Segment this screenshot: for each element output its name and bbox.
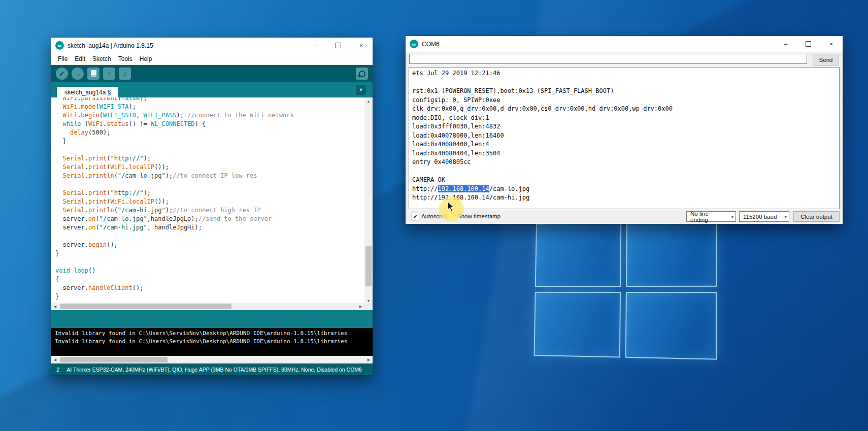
console-line: Invalid library found in C:\Users\Servis… [55,329,369,338]
horizontal-scroll-track[interactable] [59,356,365,363]
code-line: Serial.println("/cam-hi.jpg");//to conne… [55,206,373,215]
menu-tools[interactable]: Tools [115,55,136,62]
menu-sketch[interactable]: Sketch [89,55,115,62]
code-line: } [55,249,373,258]
new-sketch-button[interactable] [87,68,99,80]
scroll-left-arrow-icon[interactable]: ◀ [51,356,59,363]
console-horizontal-scrollbar[interactable]: ◀ ▶ [51,356,373,363]
editor-horizontal-scrollbar[interactable]: ◀ ▶ [51,303,373,310]
menu-file[interactable]: File [54,55,71,62]
minimize-button[interactable]: – [304,38,327,53]
code-line: } [55,137,373,146]
code-line: Serial.print("http://"); [55,189,373,197]
line-ending-select[interactable]: No line ending ▾ [686,211,736,222]
save-button[interactable]: ↓ [119,68,131,80]
close-button[interactable]: × [350,38,373,53]
windows-logo-pane [625,292,717,360]
serial-line: load:0x40080404,len:3504 [412,149,836,158]
code-line: server.handleClient(); [55,284,373,292]
send-button[interactable]: Send [813,54,839,65]
tab-dropdown-button[interactable]: ▼ [356,85,366,95]
clear-output-button[interactable]: Clear output [793,211,840,222]
serial-line: configsip: 0, SPIWP:0xee [412,96,836,105]
editor-vertical-scrollbar[interactable]: ▲ ▼ [364,97,373,303]
serial-line: mode:DIO, clock div:1 [412,114,836,123]
infinity-icon: ∞ [412,41,416,47]
windows-logo [534,220,717,360]
horizontal-scroll-track[interactable] [59,303,357,310]
tab-sketch[interactable]: sketch_aug14a § [57,87,118,97]
show-timestamp-label: Show timestamp [457,213,500,219]
code-line: WiFi.mode(WIFI_STA); [55,103,373,111]
status-message-band [51,310,373,328]
serial-send-input[interactable] [409,54,807,64]
serial-line [412,78,836,87]
serial-output[interactable]: ets Jul 29 2019 12:21:46 rst:0x1 (POWERO… [409,67,840,209]
menu-help[interactable]: Help [136,55,156,62]
open-button[interactable]: ↑ [103,68,115,80]
maximize-icon [336,43,341,48]
serial-line: load:0x40078000,len:16460 [412,131,836,141]
serial-window-title: COM6 [422,41,440,48]
serial-line: load:0x40080400,len:4 [412,140,836,149]
cursor-line-number: 2 [51,367,66,373]
menu-edit[interactable]: Edit [71,55,89,62]
serial-line: load:0x3fff0030,len:4832 [412,122,836,131]
maximize-button[interactable] [797,36,820,52]
code-line: Serial.print(WiFi.localIP()); [55,163,373,172]
code-line: WiFi.begin(WIFI_SSID, WIFI_PASS); //conn… [55,111,373,120]
scroll-down-arrow-icon[interactable]: ▼ [365,297,373,303]
minimize-button[interactable]: – [774,36,797,52]
close-button[interactable]: × [820,36,843,52]
scroll-up-arrow-icon[interactable]: ▲ [365,97,373,105]
horizontal-scroll-thumb[interactable] [60,357,168,362]
code-line [55,232,373,241]
console-output: Invalid library found in C:\Users\Servis… [51,328,373,356]
code-line [55,180,373,189]
check-icon: ✓ [413,214,418,219]
maximize-button[interactable] [327,38,350,53]
serial-line: http://192.168.100.14/cam-hi.jpg [412,193,836,203]
status-bar: 2 AI Thinker ESP32-CAM, 240MHz (WiFi/BT)… [51,363,373,375]
serial-line: CAMERA OK [412,176,836,185]
serial-line: ets Jul 29 2019 12:21:46 [412,69,836,78]
scroll-left-arrow-icon[interactable]: ◀ [51,303,59,310]
arduino-app-icon: ∞ [55,41,64,50]
code-line: Serial.println("/cam-lo.jpg");//to conne… [55,172,373,180]
code-editor[interactable]: WiFi.persistent(false); WiFi.mode(WIFI_S… [51,97,373,303]
menu-bar: FileEditSketchToolsHelp [51,53,373,65]
scroll-right-arrow-icon[interactable]: ▶ [365,356,373,363]
autoscroll-label: Autoscroll [421,213,447,219]
check-icon: ✓ [59,70,65,78]
windows-logo-pane [535,222,621,287]
horizontal-scroll-thumb[interactable] [60,304,231,309]
autoscroll-checkbox[interactable]: ✓ [412,213,419,220]
code-line: server.on("/cam-hi.jpg", handleJpgHi); [55,223,373,232]
maximize-icon [806,41,811,47]
chevron-down-icon: ▾ [727,214,733,219]
baud-rate-select[interactable]: 115200 baud ▾ [739,211,789,222]
magnifier-icon [359,71,365,77]
arrow-right-icon: → [74,70,81,78]
scroll-right-arrow-icon[interactable]: ▶ [357,303,364,310]
screen: ∞ sketch_aug14a | Arduino 1.8.15 – × Fil… [0,0,868,431]
arduino-window-title: sketch_aug14a | Arduino 1.8.15 [68,42,153,49]
code-line: { [55,275,373,284]
code-line: } [55,292,373,301]
show-timestamp-checkbox[interactable] [448,213,455,220]
vertical-scroll-thumb[interactable] [365,246,372,286]
console-line: Invalid library found in C:\Users\Servis… [55,338,369,346]
serial-line: rst:0x1 (POWERON_RESET),boot:0x13 (SPI_F… [412,87,836,96]
verify-button[interactable]: ✓ [56,68,68,80]
arduino-titlebar: ∞ sketch_aug14a | Arduino 1.8.15 – × [51,38,373,53]
code-line: Serial.print("http://"); [55,154,373,163]
send-row: Send [406,52,843,67]
serial-line: entry 0x400805cc [412,158,836,167]
serial-monitor-button[interactable] [356,68,368,80]
arduino-app-icon: ∞ [410,40,418,48]
upload-button[interactable]: → [72,68,84,80]
code-line: delay(500); [55,128,373,137]
document-icon [91,70,96,77]
code-line: server.on("/cam-lo.jpg",handleJpgLo);//s… [55,215,373,223]
windows-logo-pane [626,220,717,287]
